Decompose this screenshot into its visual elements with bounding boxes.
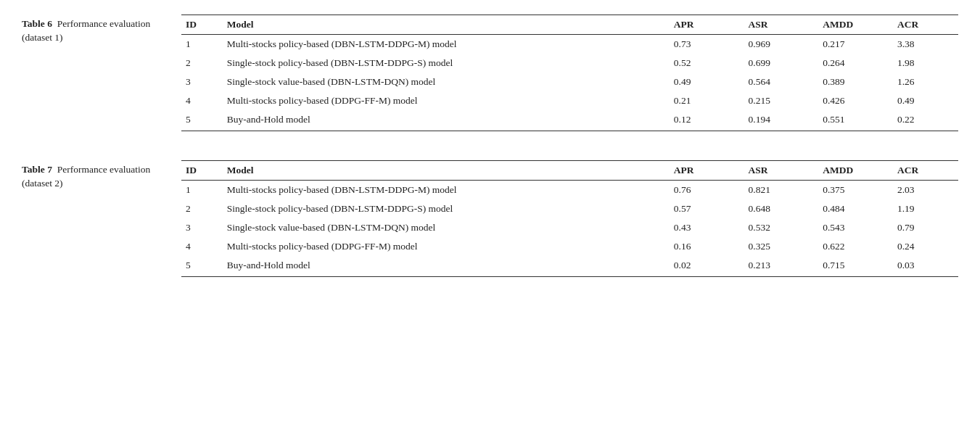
td-col-amdd: 0.543 [820,218,894,237]
td-col-apr: 0.76 [671,181,746,200]
table-row: 3Single-stock value-based (DBN-LSTM-DQN)… [181,73,958,91]
td-col-asr: 0.564 [746,73,820,91]
td-col-model: Single-stock value-based (DBN-LSTM-DQN) … [224,218,671,237]
td-col-amdd: 0.622 [820,237,894,256]
td-col-asr: 0.969 [746,35,820,54]
th-asr: ASR [746,161,820,181]
td-col-acr: 1.19 [894,199,958,218]
td-col-id: 1 [181,181,224,200]
data-table-table6: IDModelAPRASRAMDDACR1Multi-stocks policy… [181,15,958,131]
td-col-apr: 0.57 [671,199,746,218]
th-asr: ASR [746,15,820,35]
td-col-model: Multi-stocks policy-based (DBN-LSTM-DDPG… [224,35,671,54]
td-col-asr: 0.821 [746,181,820,200]
td-col-amdd: 0.426 [820,91,894,110]
page-wrapper: Table 6 Performance evaluation (dataset … [22,15,958,277]
table-row: 5Buy-and-Hold model0.120.1940.5510.22 [181,110,958,131]
td-col-apr: 0.49 [671,73,746,91]
table-section-table7: Table 7 Performance evaluation (dataset … [22,160,958,277]
td-col-acr: 1.26 [894,73,958,91]
th-apr: APR [671,161,746,181]
td-col-model: Multi-stocks policy-based (DBN-LSTM-DDPG… [224,181,671,200]
table-row: 3Single-stock value-based (DBN-LSTM-DQN)… [181,218,958,237]
table-row: 1Multi-stocks policy-based (DBN-LSTM-DDP… [181,181,958,200]
th-id: ID [181,15,224,35]
td-col-acr: 0.79 [894,218,958,237]
td-col-model: Single-stock policy-based (DBN-LSTM-DDPG… [224,54,671,73]
table-caption-table6: Table 6 Performance evaluation (dataset … [22,15,167,45]
td-col-amdd: 0.264 [820,54,894,73]
table-row: 5Buy-and-Hold model0.020.2130.7150.03 [181,256,958,277]
table-label-table6: Table 6 [22,18,57,29]
td-col-id: 2 [181,199,224,218]
td-col-asr: 0.699 [746,54,820,73]
table-header-row: IDModelAPRASRAMDDACR [181,15,958,35]
th-model: Model [224,161,671,181]
table-row: 4Multi-stocks policy-based (DDPG-FF-M) m… [181,91,958,110]
td-col-apr: 0.43 [671,218,746,237]
td-col-asr: 0.532 [746,218,820,237]
table-row: 4Multi-stocks policy-based (DDPG-FF-M) m… [181,237,958,256]
th-id: ID [181,161,224,181]
td-col-acr: 3.38 [894,35,958,54]
td-col-amdd: 0.715 [820,256,894,277]
td-col-acr: 0.49 [894,91,958,110]
td-col-amdd: 0.217 [820,35,894,54]
table-caption-table7: Table 7 Performance evaluation (dataset … [22,160,167,191]
table-row: 2Single-stock policy-based (DBN-LSTM-DDP… [181,199,958,218]
td-col-asr: 0.325 [746,237,820,256]
td-col-apr: 0.02 [671,256,746,277]
td-col-asr: 0.194 [746,110,820,131]
td-col-apr: 0.21 [671,91,746,110]
td-col-model: Single-stock policy-based (DBN-LSTM-DDPG… [224,199,671,218]
td-col-id: 4 [181,91,224,110]
th-amdd: AMDD [820,15,894,35]
td-col-id: 5 [181,110,224,131]
td-col-apr: 0.12 [671,110,746,131]
td-col-id: 2 [181,54,224,73]
td-col-asr: 0.213 [746,256,820,277]
td-col-asr: 0.648 [746,199,820,218]
th-amdd: AMDD [820,161,894,181]
td-col-id: 5 [181,256,224,277]
td-col-model: Buy-and-Hold model [224,110,671,131]
table-header-row: IDModelAPRASRAMDDACR [181,161,958,181]
th-acr: ACR [894,15,958,35]
td-col-amdd: 0.389 [820,73,894,91]
td-col-asr: 0.215 [746,91,820,110]
td-col-acr: 0.24 [894,237,958,256]
td-col-amdd: 0.484 [820,199,894,218]
td-col-model: Multi-stocks policy-based (DDPG-FF-M) mo… [224,91,671,110]
table-section-table6: Table 6 Performance evaluation (dataset … [22,15,958,131]
td-col-model: Multi-stocks policy-based (DDPG-FF-M) mo… [224,237,671,256]
th-acr: ACR [894,161,958,181]
td-col-model: Buy-and-Hold model [224,256,671,277]
data-table-table7: IDModelAPRASRAMDDACR1Multi-stocks policy… [181,160,958,277]
td-col-id: 3 [181,73,224,91]
td-col-apr: 0.73 [671,35,746,54]
td-col-id: 1 [181,35,224,54]
table-label-table7: Table 7 [22,164,57,175]
td-col-acr: 1.98 [894,54,958,73]
td-col-apr: 0.52 [671,54,746,73]
table-row: 1Multi-stocks policy-based (DBN-LSTM-DDP… [181,35,958,54]
td-col-apr: 0.16 [671,237,746,256]
td-col-acr: 0.03 [894,256,958,277]
th-apr: APR [671,15,746,35]
td-col-id: 3 [181,218,224,237]
td-col-amdd: 0.551 [820,110,894,131]
td-col-acr: 0.22 [894,110,958,131]
th-model: Model [224,15,671,35]
table-row: 2Single-stock policy-based (DBN-LSTM-DDP… [181,54,958,73]
td-col-id: 4 [181,237,224,256]
td-col-amdd: 0.375 [820,181,894,200]
td-col-model: Single-stock value-based (DBN-LSTM-DQN) … [224,73,671,91]
td-col-acr: 2.03 [894,181,958,200]
